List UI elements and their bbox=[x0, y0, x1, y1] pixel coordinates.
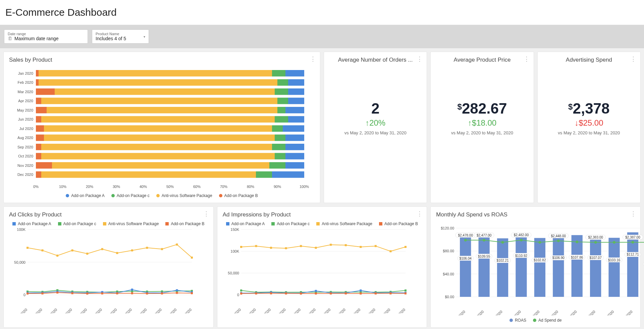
more-icon[interactable]: ⋮ bbox=[310, 56, 316, 62]
svg-text:$2,387.00: $2,387.00 bbox=[626, 236, 641, 239]
svg-rect-19 bbox=[288, 98, 304, 104]
svg-text:May 2020: May 2020 bbox=[287, 308, 302, 313]
svg-rect-57 bbox=[41, 172, 256, 178]
svg-text:150K: 150K bbox=[230, 227, 239, 232]
svg-text:$0.00: $0.00 bbox=[445, 295, 454, 299]
svg-rect-187 bbox=[330, 292, 332, 294]
roas-chart: $0.00$40.00$80.00$120.00$0.00$1,000$2,00… bbox=[436, 221, 644, 315]
svg-rect-115 bbox=[56, 291, 58, 293]
svg-rect-46 bbox=[36, 153, 41, 159]
svg-point-262 bbox=[632, 241, 634, 244]
more-icon[interactable]: ⋮ bbox=[203, 211, 209, 217]
svg-rect-185 bbox=[300, 292, 302, 294]
card-title: Ad Clicks by Product bbox=[9, 211, 208, 218]
date-range-filter[interactable]: Date range 🗓 Maximum date range bbox=[4, 29, 88, 44]
svg-text:90%: 90% bbox=[274, 185, 281, 189]
svg-text:$110.92: $110.92 bbox=[515, 254, 528, 258]
svg-point-261 bbox=[613, 241, 615, 244]
legend-item: Anti-virus Software Package bbox=[316, 221, 372, 226]
svg-rect-147 bbox=[270, 247, 272, 249]
svg-rect-9 bbox=[288, 79, 304, 86]
svg-text:$2,477.00: $2,477.00 bbox=[477, 234, 492, 237]
svg-text:Sep 2020: Sep 2020 bbox=[347, 308, 361, 313]
svg-rect-49 bbox=[285, 153, 304, 159]
svg-rect-118 bbox=[101, 292, 103, 294]
svg-rect-4 bbox=[285, 70, 304, 76]
svg-rect-119 bbox=[116, 292, 118, 294]
svg-point-256 bbox=[520, 239, 523, 241]
svg-text:$103.16: $103.16 bbox=[608, 258, 621, 262]
svg-text:Apr 2020: Apr 2020 bbox=[273, 308, 286, 313]
svg-rect-120 bbox=[131, 292, 133, 294]
svg-point-255 bbox=[501, 241, 504, 244]
svg-rect-78 bbox=[42, 249, 44, 251]
svg-text:Jul 2020: Jul 2020 bbox=[318, 308, 331, 313]
legend-item: Anti-virus Software Package bbox=[103, 221, 159, 226]
product-name-filter[interactable]: Product Name Includes 4 of 5 ▾ bbox=[92, 29, 149, 44]
svg-text:Aug 2020: Aug 2020 bbox=[332, 308, 346, 313]
svg-text:Jul 2020: Jul 2020 bbox=[565, 310, 578, 315]
legend-item: Add-on Package A bbox=[12, 221, 51, 226]
svg-rect-186 bbox=[315, 292, 317, 294]
more-icon[interactable]: ⋮ bbox=[417, 56, 423, 62]
svg-rect-59 bbox=[272, 172, 304, 178]
legend-item: Add-on Package c bbox=[111, 193, 150, 198]
svg-rect-226 bbox=[516, 234, 527, 297]
svg-point-258 bbox=[557, 240, 560, 242]
svg-rect-114 bbox=[42, 292, 44, 294]
svg-text:Feb 2020: Feb 2020 bbox=[18, 80, 33, 84]
svg-text:$102.82: $102.82 bbox=[534, 258, 546, 262]
svg-text:30%: 30% bbox=[113, 185, 120, 189]
svg-rect-77 bbox=[26, 247, 29, 249]
svg-rect-229 bbox=[534, 238, 545, 297]
svg-rect-232 bbox=[553, 236, 564, 297]
svg-rect-182 bbox=[255, 292, 257, 294]
roas-legend: ROAS Ad Spend de bbox=[436, 318, 635, 323]
svg-rect-79 bbox=[56, 255, 58, 257]
svg-rect-24 bbox=[285, 107, 304, 113]
svg-rect-44 bbox=[285, 144, 304, 150]
svg-text:Jan 2020: Jan 2020 bbox=[18, 71, 33, 75]
svg-rect-184 bbox=[285, 292, 287, 294]
svg-rect-117 bbox=[86, 292, 88, 294]
svg-rect-6 bbox=[36, 79, 39, 86]
svg-text:Aug 2020: Aug 2020 bbox=[118, 308, 132, 313]
svg-text:Mar 2020: Mar 2020 bbox=[489, 310, 503, 315]
date-range-label: Date range bbox=[8, 32, 84, 36]
svg-text:60%: 60% bbox=[193, 185, 201, 189]
more-icon[interactable]: ⋮ bbox=[630, 56, 636, 62]
svg-rect-238 bbox=[590, 236, 601, 297]
svg-text:Oct 2020: Oct 2020 bbox=[363, 308, 376, 313]
svg-rect-22 bbox=[47, 107, 277, 113]
svg-text:Jan 2020: Jan 2020 bbox=[228, 308, 241, 313]
legend-item: Add-on Package B bbox=[379, 221, 418, 226]
svg-text:50,000: 50,000 bbox=[14, 260, 25, 264]
svg-rect-29 bbox=[288, 116, 304, 123]
svg-text:Feb 2020: Feb 2020 bbox=[471, 310, 485, 315]
more-icon[interactable]: ⋮ bbox=[630, 211, 636, 217]
svg-text:$120.00: $120.00 bbox=[441, 226, 454, 230]
svg-text:Dec 2020: Dec 2020 bbox=[17, 173, 33, 177]
more-icon[interactable]: ⋮ bbox=[417, 211, 423, 217]
svg-text:Jun 2020: Jun 2020 bbox=[89, 308, 103, 313]
svg-text:Jan 2020: Jan 2020 bbox=[452, 310, 466, 315]
svg-text:$80.00: $80.00 bbox=[443, 249, 454, 253]
svg-rect-85 bbox=[146, 247, 148, 249]
svg-text:$2,383.00: $2,383.00 bbox=[588, 236, 603, 239]
svg-text:May 2020: May 2020 bbox=[73, 308, 88, 313]
more-icon[interactable]: ⋮ bbox=[524, 56, 530, 62]
svg-rect-16 bbox=[36, 98, 41, 104]
svg-rect-191 bbox=[389, 292, 391, 294]
svg-rect-37 bbox=[44, 135, 275, 141]
svg-rect-51 bbox=[36, 162, 52, 169]
svg-text:Mar 2020: Mar 2020 bbox=[44, 308, 58, 313]
legend-item: Add-on Package B bbox=[219, 193, 258, 198]
roas-card: Monthly Ad Spend vs ROAS ⋮ $0.00$40.00$8… bbox=[430, 206, 641, 328]
svg-text:Sep 2020: Sep 2020 bbox=[601, 310, 615, 315]
svg-rect-192 bbox=[405, 292, 407, 294]
svg-rect-13 bbox=[275, 88, 288, 95]
svg-text:$2,448.00: $2,448.00 bbox=[551, 234, 566, 238]
svg-rect-26 bbox=[36, 116, 41, 123]
svg-text:$109.55: $109.55 bbox=[478, 255, 490, 258]
card-title: Sales by Product bbox=[9, 57, 315, 63]
